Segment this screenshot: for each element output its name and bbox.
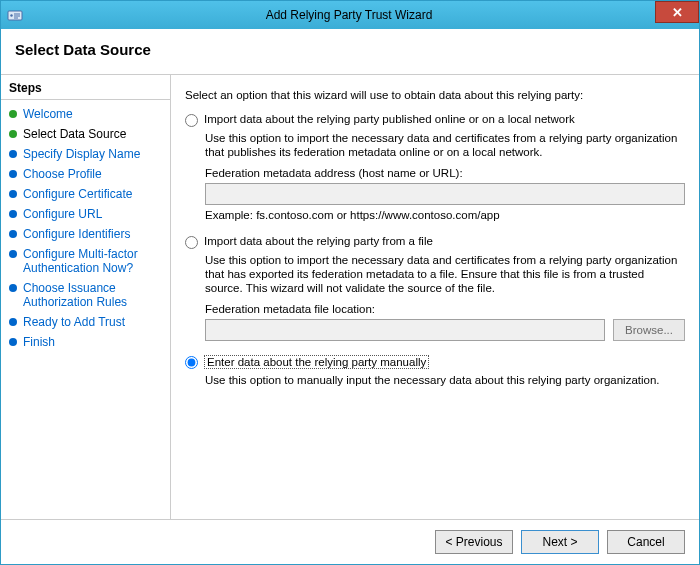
svg-point-1 <box>10 14 12 16</box>
footer: < Previous Next > Cancel <box>1 519 699 564</box>
option-import-online: Import data about the relying party publ… <box>185 113 685 221</box>
wizard-window: Add Relying Party Trust Wizard ✕ Select … <box>0 0 700 565</box>
radio-import-file[interactable] <box>185 236 198 249</box>
page-title: Select Data Source <box>15 41 685 58</box>
radio-import-online[interactable] <box>185 114 198 127</box>
steps-list: WelcomeSelect Data SourceSpecify Display… <box>1 104 170 352</box>
step-item[interactable]: Ready to Add Trust <box>1 312 170 332</box>
option-manual: Enter data about the relying party manua… <box>185 355 685 395</box>
step-label: Ready to Add Trust <box>23 315 164 329</box>
intro-text: Select an option that this wizard will u… <box>185 89 685 101</box>
step-label: Configure URL <box>23 207 164 221</box>
radio-manual[interactable] <box>185 356 198 369</box>
step-item[interactable]: Configure Multi-factor Authentication No… <box>1 244 170 278</box>
step-item[interactable]: Configure URL <box>1 204 170 224</box>
previous-button[interactable]: < Previous <box>435 530 513 554</box>
browse-button[interactable]: Browse... <box>613 319 685 341</box>
metadata-address-label: Federation metadata address (host name o… <box>205 167 685 179</box>
option-import-online-label[interactable]: Import data about the relying party publ… <box>204 113 575 125</box>
window-title: Add Relying Party Trust Wizard <box>29 8 699 22</box>
step-bullet-icon <box>9 318 17 326</box>
step-label: Configure Certificate <box>23 187 164 201</box>
steps-heading: Steps <box>1 79 170 100</box>
step-bullet-icon <box>9 284 17 292</box>
step-bullet-icon <box>9 130 17 138</box>
step-bullet-icon <box>9 190 17 198</box>
steps-sidebar: Steps WelcomeSelect Data SourceSpecify D… <box>1 75 171 519</box>
step-label: Welcome <box>23 107 164 121</box>
step-item[interactable]: Choose Issuance Authorization Rules <box>1 278 170 312</box>
step-item[interactable]: Welcome <box>1 104 170 124</box>
cancel-button[interactable]: Cancel <box>607 530 685 554</box>
step-label: Choose Issuance Authorization Rules <box>23 281 164 309</box>
step-bullet-icon <box>9 170 17 178</box>
step-bullet-icon <box>9 210 17 218</box>
body: Steps WelcomeSelect Data SourceSpecify D… <box>1 75 699 519</box>
step-item[interactable]: Configure Certificate <box>1 184 170 204</box>
close-button[interactable]: ✕ <box>655 1 699 23</box>
metadata-address-example: Example: fs.contoso.com or https://www.c… <box>205 209 685 221</box>
step-label: Configure Multi-factor Authentication No… <box>23 247 164 275</box>
option-import-online-desc: Use this option to import the necessary … <box>205 131 685 159</box>
step-bullet-icon <box>9 250 17 258</box>
option-import-file-desc: Use this option to import the necessary … <box>205 253 685 295</box>
option-import-file: Import data about the relying party from… <box>185 235 685 341</box>
step-item[interactable]: Specify Display Name <box>1 144 170 164</box>
step-label: Finish <box>23 335 164 349</box>
step-bullet-icon <box>9 150 17 158</box>
content-pane: Select an option that this wizard will u… <box>171 75 699 519</box>
step-label: Choose Profile <box>23 167 164 181</box>
metadata-file-label: Federation metadata file location: <box>205 303 685 315</box>
step-item[interactable]: Configure Identifiers <box>1 224 170 244</box>
step-label: Select Data Source <box>23 127 164 141</box>
step-item[interactable]: Choose Profile <box>1 164 170 184</box>
titlebar: Add Relying Party Trust Wizard ✕ <box>1 1 699 29</box>
metadata-file-input[interactable] <box>205 319 605 341</box>
step-label: Specify Display Name <box>23 147 164 161</box>
close-icon: ✕ <box>672 5 683 20</box>
step-label: Configure Identifiers <box>23 227 164 241</box>
option-manual-label[interactable]: Enter data about the relying party manua… <box>204 355 429 369</box>
step-item[interactable]: Finish <box>1 332 170 352</box>
page-header: Select Data Source <box>1 29 699 75</box>
option-import-file-label[interactable]: Import data about the relying party from… <box>204 235 433 247</box>
option-manual-desc: Use this option to manually input the ne… <box>205 373 685 387</box>
metadata-address-input[interactable] <box>205 183 685 205</box>
step-bullet-icon <box>9 338 17 346</box>
step-bullet-icon <box>9 110 17 118</box>
step-bullet-icon <box>9 230 17 238</box>
app-icon <box>7 7 23 23</box>
step-item[interactable]: Select Data Source <box>1 124 170 144</box>
next-button[interactable]: Next > <box>521 530 599 554</box>
